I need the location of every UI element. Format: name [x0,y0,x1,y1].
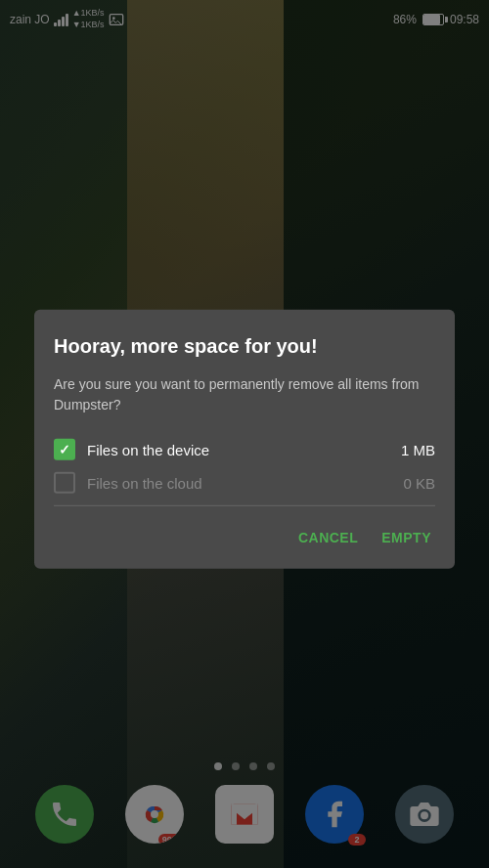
empty-button[interactable]: EMPTY [378,522,435,553]
divider [54,505,435,506]
checkbox-left-cloud: Files on the cloud [54,472,202,494]
dialog-buttons: CANCEL EMPTY [54,522,435,553]
checkbox-row-device[interactable]: ✓ Files on the device 1 MB [54,439,435,460]
checkbox-device[interactable]: ✓ [54,439,75,460]
check-mark-device: ✓ [59,443,70,456]
dialog-title: Hooray, more space for you! [54,333,435,359]
dialog-body: Are you sure you want to permanently rem… [54,374,435,415]
checkbox-device-size: 1 MB [401,441,435,457]
dialog: Hooray, more space for you! Are you sure… [34,310,455,569]
checkbox-cloud-size: 0 KB [403,474,435,491]
checkbox-row-cloud[interactable]: Files on the cloud 0 KB [54,472,435,494]
checkbox-cloud[interactable] [54,472,75,494]
checkbox-device-label: Files on the device [87,441,209,457]
checkbox-left-device: ✓ Files on the device [54,439,209,460]
checkbox-cloud-label: Files on the cloud [87,474,202,491]
cancel-button[interactable]: CANCEL [294,522,362,553]
